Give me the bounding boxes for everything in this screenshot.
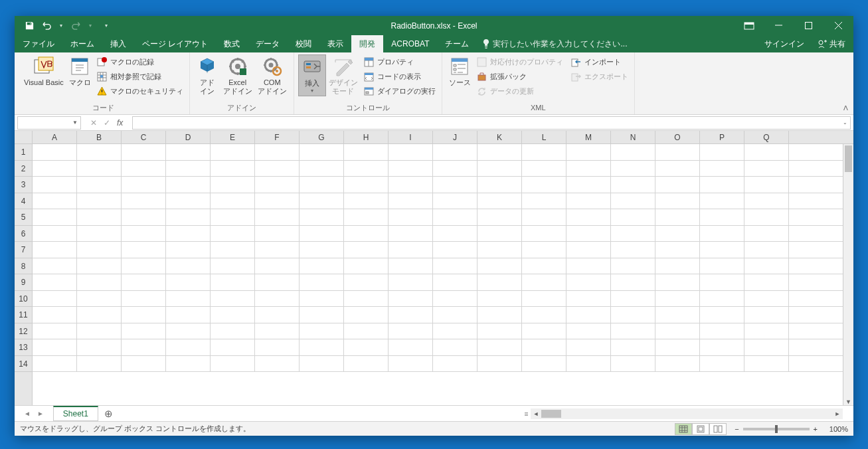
column-header[interactable]: M <box>566 131 611 143</box>
minimize-icon[interactable] <box>764 16 794 35</box>
column-header[interactable]: L <box>522 131 566 143</box>
tab-pagelayout[interactable]: ページ レイアウト <box>134 35 216 52</box>
cell[interactable] <box>700 161 744 177</box>
column-header[interactable]: C <box>122 131 166 143</box>
cell[interactable] <box>655 144 700 160</box>
cell[interactable] <box>655 274 700 290</box>
cell[interactable] <box>122 209 166 225</box>
cell[interactable] <box>122 307 166 323</box>
cell[interactable] <box>300 356 344 372</box>
cell[interactable] <box>700 258 744 274</box>
tab-developer[interactable]: 開発 <box>351 35 383 52</box>
enter-formula-icon[interactable]: ✓ <box>104 118 110 128</box>
cell[interactable] <box>522 291 566 307</box>
cell[interactable] <box>477 258 522 274</box>
cell[interactable] <box>700 226 744 242</box>
cell[interactable] <box>166 209 211 225</box>
row-header[interactable]: 2 <box>15 161 32 177</box>
cell[interactable] <box>744 323 789 339</box>
cell[interactable] <box>522 193 566 209</box>
com-addins-button[interactable]: COM アドイン <box>255 54 290 97</box>
cell[interactable] <box>744 209 789 225</box>
cell[interactable] <box>389 144 433 160</box>
column-header[interactable]: A <box>33 131 77 143</box>
row-header[interactable]: 7 <box>15 242 32 258</box>
cell[interactable] <box>255 161 300 177</box>
cell[interactable] <box>700 323 744 339</box>
horizontal-scrollbar[interactable]: ◄ ► <box>531 408 843 419</box>
cell[interactable] <box>211 161 255 177</box>
cell[interactable] <box>344 291 389 307</box>
cell[interactable] <box>344 258 389 274</box>
sheet-prev-icon[interactable]: ◄ <box>21 410 33 417</box>
cell[interactable] <box>744 258 789 274</box>
cell[interactable] <box>477 356 522 372</box>
cell[interactable] <box>700 307 744 323</box>
cell[interactable] <box>255 177 300 193</box>
design-mode-button[interactable]: デザイン モード <box>326 54 361 97</box>
expansion-packs-button[interactable]: 拡張パック <box>475 69 565 84</box>
cell[interactable] <box>611 193 655 209</box>
maximize-icon[interactable] <box>794 16 824 35</box>
cell[interactable] <box>300 161 344 177</box>
cell[interactable] <box>655 339 700 355</box>
cell[interactable] <box>433 307 477 323</box>
cell[interactable] <box>211 193 255 209</box>
select-all-corner[interactable] <box>15 131 33 143</box>
cell[interactable] <box>566 291 611 307</box>
row-header[interactable]: 11 <box>15 307 32 323</box>
cell[interactable] <box>211 242 255 258</box>
relative-reference-button[interactable]: 相対参照で記録 <box>95 69 185 84</box>
row-header[interactable]: 6 <box>15 226 32 242</box>
cell[interactable] <box>344 307 389 323</box>
cell[interactable] <box>300 144 344 160</box>
cell[interactable] <box>211 226 255 242</box>
cell[interactable] <box>33 226 77 242</box>
column-header[interactable]: J <box>433 131 477 143</box>
cell[interactable] <box>344 242 389 258</box>
column-header[interactable]: F <box>255 131 300 143</box>
cell[interactable] <box>77 258 122 274</box>
share-button[interactable]: 共有 <box>814 39 849 50</box>
cell[interactable] <box>433 356 477 372</box>
cell[interactable] <box>566 356 611 372</box>
cell[interactable] <box>211 339 255 355</box>
cell[interactable] <box>389 193 433 209</box>
cell[interactable] <box>433 291 477 307</box>
cell[interactable] <box>522 161 566 177</box>
cell[interactable] <box>477 209 522 225</box>
cell[interactable] <box>566 323 611 339</box>
scroll-left-icon[interactable]: ◄ <box>531 410 541 417</box>
column-header[interactable]: K <box>477 131 522 143</box>
cell[interactable] <box>166 193 211 209</box>
row-header[interactable]: 10 <box>15 291 32 308</box>
cell[interactable] <box>655 177 700 193</box>
cell[interactable] <box>522 209 566 225</box>
cell[interactable] <box>77 193 122 209</box>
cell[interactable] <box>77 323 122 339</box>
cell[interactable] <box>566 177 611 193</box>
cell[interactable] <box>166 356 211 372</box>
cell[interactable] <box>300 307 344 323</box>
cell[interactable] <box>477 193 522 209</box>
tab-insert[interactable]: 挿入 <box>102 35 134 52</box>
cell[interactable] <box>389 209 433 225</box>
fx-icon[interactable]: fx <box>117 118 123 128</box>
save-icon[interactable] <box>24 21 35 31</box>
visual-basic-button[interactable]: Visual Basic <box>21 54 66 88</box>
cell[interactable] <box>77 144 122 160</box>
cell[interactable] <box>122 258 166 274</box>
hscroll-thumb[interactable] <box>541 410 561 418</box>
cell[interactable] <box>255 323 300 339</box>
cell[interactable] <box>122 144 166 160</box>
cells-area[interactable] <box>33 144 843 405</box>
column-header[interactable]: H <box>344 131 389 143</box>
column-header[interactable]: D <box>166 131 211 143</box>
cell[interactable] <box>566 242 611 258</box>
cell[interactable] <box>744 161 789 177</box>
cell[interactable] <box>700 291 744 307</box>
scroll-right-icon[interactable]: ► <box>832 410 843 417</box>
cell[interactable] <box>433 193 477 209</box>
tab-acrobat[interactable]: ACROBAT <box>383 35 437 52</box>
cell[interactable] <box>166 242 211 258</box>
